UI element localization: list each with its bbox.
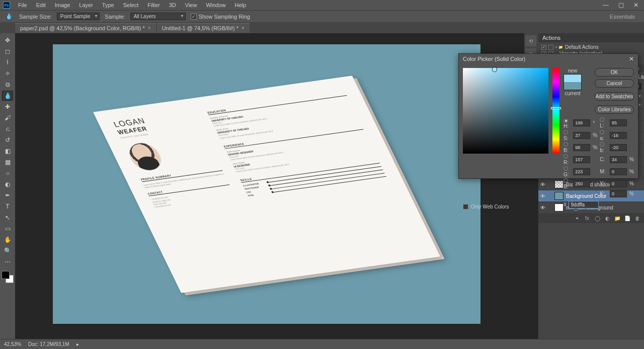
move-tool[interactable]: ✥ bbox=[2, 35, 13, 45]
l-radio[interactable] bbox=[600, 117, 604, 122]
paper-mockup: LOGAN WEAFER GRAPHIC DESIGNER PROFILE SU… bbox=[93, 76, 440, 293]
k-input[interactable] bbox=[610, 190, 627, 197]
bb-input[interactable] bbox=[573, 180, 590, 187]
h-radio[interactable] bbox=[564, 119, 568, 123]
tab-close-icon[interactable]: × bbox=[148, 25, 151, 31]
menu-select[interactable]: Select bbox=[119, 1, 143, 9]
only-web-colors-checkbox[interactable]: Only Web Colors bbox=[463, 204, 509, 210]
cancel-button[interactable]: Cancel bbox=[595, 79, 634, 88]
r-radio[interactable] bbox=[564, 154, 568, 159]
l-input[interactable] bbox=[610, 119, 627, 126]
foreground-color-swatch[interactable] bbox=[2, 271, 10, 279]
minimize-button[interactable]: — bbox=[601, 2, 611, 9]
marquee-tool[interactable]: ◻ bbox=[2, 46, 13, 56]
document-tab[interactable]: Untitled-1 @ 74,5% (RGB/8#) *× bbox=[157, 23, 250, 33]
menu-type[interactable]: Type bbox=[98, 1, 118, 9]
menu-3d[interactable]: 3D bbox=[165, 1, 180, 9]
adjustment-icon[interactable]: ◐ bbox=[604, 216, 611, 221]
tab-close-icon[interactable]: × bbox=[242, 25, 245, 31]
saturation-value-box[interactable] bbox=[463, 68, 548, 154]
zoom-level[interactable]: 42,53% bbox=[4, 341, 21, 347]
menu-image[interactable]: Image bbox=[51, 1, 74, 9]
doc-info-arrow[interactable]: ▸ bbox=[76, 341, 79, 347]
fx-icon[interactable]: fx bbox=[584, 216, 591, 221]
c-input[interactable] bbox=[610, 156, 627, 163]
crop-tool[interactable]: ⧉ bbox=[2, 80, 13, 90]
sample-dropdown[interactable]: All Layers bbox=[130, 13, 186, 20]
doc-info[interactable]: Doc: 17,2M/93,1M bbox=[28, 341, 69, 347]
b-input[interactable] bbox=[573, 144, 590, 151]
new-color-label: new bbox=[568, 68, 577, 74]
mask-icon[interactable]: ◯ bbox=[594, 216, 601, 221]
close-button[interactable]: ✕ bbox=[631, 2, 641, 9]
b2-input[interactable] bbox=[610, 144, 627, 151]
ok-button[interactable]: OK bbox=[595, 68, 634, 77]
current-color-swatch bbox=[564, 82, 581, 90]
path-tool[interactable]: ↖ bbox=[2, 213, 13, 223]
y-input[interactable] bbox=[610, 180, 627, 187]
r-input[interactable] bbox=[573, 156, 590, 163]
zoom-tool[interactable]: 🔍 bbox=[2, 246, 13, 256]
dialog-title: Color Picker (Solid Color) bbox=[463, 56, 525, 62]
sample-label: Sample: bbox=[105, 14, 125, 20]
s-input[interactable] bbox=[573, 132, 590, 139]
a-radio[interactable] bbox=[600, 130, 604, 134]
dialog-close-icon[interactable]: ✕ bbox=[629, 55, 634, 62]
type-tool[interactable]: T bbox=[2, 201, 13, 212]
stamp-tool[interactable]: ⎌ bbox=[2, 124, 13, 134]
titlebar: Ps FileEditImageLayerTypeSelectFilter3DV… bbox=[0, 0, 644, 10]
new-layer-icon[interactable]: 📄 bbox=[624, 216, 631, 221]
maximize-button[interactable]: ▢ bbox=[616, 2, 626, 9]
menu-file[interactable]: File bbox=[14, 1, 31, 9]
eraser-tool[interactable]: ◧ bbox=[2, 146, 13, 156]
add-to-swatches-button[interactable]: Add to Swatches bbox=[595, 92, 634, 101]
pen-tool[interactable]: ✒ bbox=[2, 190, 13, 200]
workspace-switcher[interactable]: Essentials bbox=[605, 14, 640, 20]
menu-edit[interactable]: Edit bbox=[32, 1, 50, 9]
hex-input[interactable] bbox=[569, 201, 599, 208]
sample-size-dropdown[interactable]: Point Sample bbox=[57, 13, 100, 20]
hue-slider[interactable] bbox=[552, 68, 559, 154]
m-input[interactable] bbox=[610, 168, 627, 175]
dodge-tool[interactable]: ◐ bbox=[2, 179, 13, 189]
gradient-tool[interactable]: ▦ bbox=[2, 157, 13, 167]
menu-help[interactable]: Help bbox=[231, 1, 251, 9]
show-sampling-ring-label: Show Sampling Ring bbox=[199, 14, 250, 20]
g-input[interactable] bbox=[573, 168, 590, 175]
color-swatches[interactable] bbox=[2, 271, 14, 283]
g-radio[interactable] bbox=[564, 166, 568, 171]
b-radio[interactable] bbox=[564, 142, 568, 147]
menu-filter[interactable]: Filter bbox=[143, 1, 164, 9]
menu-view[interactable]: View bbox=[181, 1, 201, 9]
document-tabs: paper2.psd @ 42,5% (Background Color, RG… bbox=[0, 22, 644, 33]
healing-tool[interactable]: ✚ bbox=[2, 102, 13, 112]
menu-window[interactable]: Window bbox=[202, 1, 229, 9]
history-brush-tool[interactable]: ↺ bbox=[2, 135, 13, 145]
a-input[interactable] bbox=[610, 132, 627, 139]
blur-tool[interactable]: ○ bbox=[2, 168, 13, 178]
magic-wand-tool[interactable]: ✧ bbox=[2, 68, 13, 79]
b2-radio[interactable] bbox=[600, 142, 604, 147]
show-sampling-ring-checkbox[interactable]: ✓ Show Sampling Ring bbox=[191, 14, 250, 20]
edit-toolbar[interactable]: ⋯ bbox=[2, 257, 13, 267]
lasso-tool[interactable]: ⌇ bbox=[2, 57, 13, 67]
history-dock-icon[interactable]: ⟲ bbox=[525, 35, 536, 46]
link-layers-icon[interactable]: ⚭ bbox=[574, 216, 581, 221]
shape-tool[interactable]: ▭ bbox=[2, 224, 13, 234]
eyedropper-icon[interactable]: 💧 bbox=[4, 12, 14, 22]
status-bar: 42,53% Doc: 17,2M/93,1M ▸ bbox=[0, 339, 644, 349]
s-radio[interactable] bbox=[564, 130, 568, 134]
menu-layer[interactable]: Layer bbox=[75, 1, 97, 9]
hand-tool[interactable]: ✋ bbox=[2, 235, 13, 245]
document-tab[interactable]: paper2.psd @ 42,5% (Background Color, RG… bbox=[15, 23, 156, 33]
brush-tool[interactable]: 🖌 bbox=[2, 113, 13, 123]
eyedropper-tool[interactable]: 💧 bbox=[2, 91, 13, 101]
document-canvas[interactable]: LOGAN WEAFER GRAPHIC DESIGNER PROFILE SU… bbox=[53, 44, 480, 324]
color-libraries-button[interactable]: Color Libraries bbox=[595, 105, 634, 114]
bb-radio[interactable] bbox=[564, 178, 568, 183]
group-icon[interactable]: 📁 bbox=[614, 216, 621, 221]
action-item[interactable]: ✓▾ 📁Default Actions bbox=[541, 44, 641, 50]
color-swatch-preview bbox=[564, 74, 582, 90]
delete-layer-icon[interactable]: 🗑 bbox=[634, 216, 641, 221]
h-input[interactable] bbox=[573, 119, 590, 126]
